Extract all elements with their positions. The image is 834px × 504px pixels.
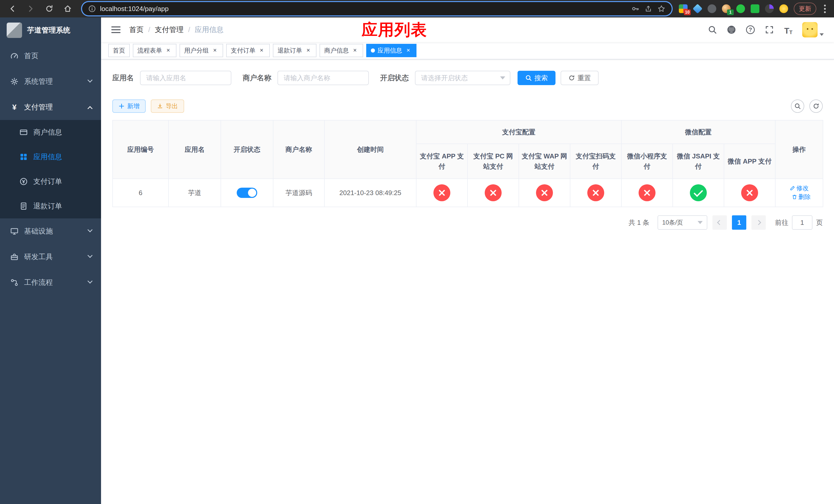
refresh-icon[interactable]: [809, 99, 823, 113]
x-icon: [741, 184, 758, 201]
app-name-input[interactable]: [140, 71, 231, 85]
sidebar-item-payment-orders[interactable]: 支付订单: [0, 169, 101, 194]
chrome-update-button[interactable]: 更新: [794, 3, 816, 15]
payment-submenu: 商户信息 应用信息 支付订单: [0, 120, 101, 219]
status-toggle[interactable]: [237, 188, 257, 198]
breadcrumb-separator: /: [148, 26, 150, 34]
search-icon[interactable]: [707, 25, 718, 35]
extension-wechat-icon[interactable]: [736, 4, 745, 13]
x-icon: [433, 184, 450, 201]
chrome-menu-icon[interactable]: [822, 3, 828, 15]
x-icon: [485, 184, 502, 201]
github-icon[interactable]: [726, 25, 737, 35]
export-button[interactable]: 导出: [151, 99, 184, 113]
chevron-down-icon: [820, 33, 824, 36]
sidebar-item-workflow[interactable]: 工作流程: [0, 270, 101, 295]
password-key-icon[interactable]: [631, 5, 639, 13]
browser-back-button[interactable]: [5, 2, 20, 16]
sidebar-item-home[interactable]: 首页: [0, 43, 101, 69]
sidebar-item-dev-tools[interactable]: 研发工具: [0, 244, 101, 270]
extension-diamond-icon[interactable]: [693, 4, 702, 14]
tab-user-group[interactable]: 用户分组 ×: [179, 44, 223, 57]
browser-home-button[interactable]: [61, 2, 75, 16]
page-title-annotation: 应用列表: [361, 19, 427, 41]
sidebar-toggle-icon[interactable]: [111, 26, 120, 33]
prev-page-button[interactable]: [712, 215, 727, 230]
help-icon[interactable]: ?: [745, 25, 755, 35]
add-button[interactable]: 新增: [112, 99, 146, 113]
merchant-name-input[interactable]: [278, 71, 369, 85]
extension-grid-icon[interactable]: 10: [679, 4, 687, 13]
credit-card-icon: [20, 128, 28, 136]
user-avatar[interactable]: [802, 22, 818, 38]
extension-dark-icon[interactable]: [707, 4, 716, 13]
col-wx-jsapi: 微信 JSAPI 支付: [673, 144, 724, 179]
x-icon: [587, 184, 604, 201]
chevron-down-icon: [87, 253, 93, 258]
tab-app-info[interactable]: 应用信息 ×: [366, 44, 416, 57]
document-icon: [20, 202, 28, 210]
tab-payment-orders[interactable]: 支付订单 ×: [226, 44, 270, 57]
goto-page-input[interactable]: [792, 215, 812, 230]
tab-merchant-info[interactable]: 商户信息 ×: [320, 44, 363, 57]
col-merchant: 商户名称: [273, 120, 324, 179]
delete-button[interactable]: 删除: [792, 193, 811, 201]
sidebar-item-label: 基础设施: [24, 226, 53, 236]
tab-refund-orders[interactable]: 退款订单 ×: [273, 44, 316, 57]
sidebar-item-app-info[interactable]: 应用信息: [0, 144, 101, 169]
next-page-button[interactable]: [751, 215, 766, 230]
sidebar-item-refund-orders[interactable]: 退款订单: [0, 194, 101, 219]
reset-button[interactable]: 重置: [561, 71, 598, 85]
close-icon[interactable]: ×: [405, 47, 412, 54]
col-status: 开启状态: [221, 120, 273, 179]
extension-pinwheel-icon[interactable]: [765, 4, 774, 13]
extension-note-icon[interactable]: [751, 4, 760, 13]
font-size-icon[interactable]: TT: [783, 25, 793, 35]
sidebar-item-infrastructure[interactable]: 基础设施: [0, 219, 101, 244]
page-size-select[interactable]: 10条/页: [658, 215, 707, 230]
x-icon: [639, 184, 656, 201]
close-icon[interactable]: ×: [258, 47, 265, 54]
close-icon[interactable]: ×: [211, 47, 219, 54]
grid-icon: [20, 153, 28, 161]
col-group-alipay: 支付宝配置: [416, 120, 621, 144]
sidebar-item-payment[interactable]: ¥ 支付管理: [0, 94, 101, 120]
browser-reload-button[interactable]: [42, 2, 57, 16]
extension-avatar-icon[interactable]: 1: [722, 4, 731, 13]
sidebar-item-system[interactable]: 系统管理: [0, 69, 101, 94]
col-alipay-app: 支付宝 APP 支付: [416, 144, 467, 179]
edit-button[interactable]: 修改: [790, 184, 809, 192]
bookmark-star-icon[interactable]: [657, 5, 665, 13]
status-select-placeholder: 请选择开启状态: [421, 74, 468, 83]
tab-home[interactable]: 首页: [108, 44, 130, 57]
breadcrumb-payment[interactable]: 支付管理: [155, 25, 184, 35]
toggle-search-icon[interactable]: [791, 99, 804, 113]
active-dot: [371, 48, 375, 52]
sidebar-item-label: 商户信息: [33, 128, 62, 137]
gear-icon: [10, 77, 19, 86]
sidebar-item-label: 工作流程: [24, 278, 53, 288]
breadcrumb-home[interactable]: 首页: [129, 25, 144, 35]
site-info-icon[interactable]: [88, 5, 96, 13]
fullscreen-icon[interactable]: [764, 25, 774, 35]
address-bar[interactable]: localhost:1024/pay/app: [82, 2, 672, 15]
goto-label: 前往: [775, 218, 788, 227]
search-button[interactable]: 搜索: [518, 71, 555, 85]
browser-forward-button[interactable]: [24, 2, 38, 16]
close-icon[interactable]: ×: [305, 47, 312, 54]
current-page-button[interactable]: 1: [732, 215, 746, 230]
status-label: 开启状态: [380, 73, 409, 83]
sidebar-item-merchant-info[interactable]: 商户信息: [0, 120, 101, 144]
close-icon[interactable]: ×: [351, 47, 358, 54]
user-menu[interactable]: [802, 22, 824, 38]
status-select[interactable]: 请选择开启状态: [415, 71, 510, 85]
app-table: 应用编号 应用名 开启状态 商户名称 创建时间 支付宝配置 微信配置 操作 支付…: [112, 120, 823, 207]
tab-process-form[interactable]: 流程表单 ×: [133, 44, 176, 57]
browser-extensions-area: 10 1 更新: [679, 3, 829, 15]
close-icon[interactable]: ×: [164, 47, 172, 54]
url-text: localhost:1024/pay/app: [100, 5, 627, 13]
extension-emoji-icon[interactable]: [780, 4, 788, 13]
extension-badge: 10: [684, 9, 690, 15]
breadcrumb-separator: /: [188, 26, 190, 34]
share-icon[interactable]: [644, 5, 652, 13]
